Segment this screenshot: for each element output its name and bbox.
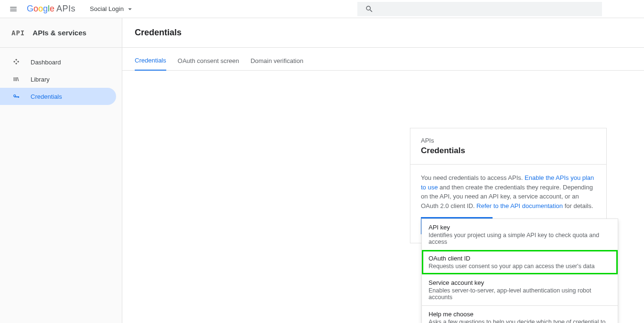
sidebar-header: API APIs & services <box>0 18 122 48</box>
menu-item-service-account-key[interactable]: Service account key Enables server-to-se… <box>422 274 618 305</box>
dashboard-icon <box>11 57 21 67</box>
tab-domain-verification[interactable]: Domain verification <box>250 57 303 70</box>
sidebar-item-label: Credentials <box>31 93 62 100</box>
menu-item-title: Service account key <box>429 279 611 286</box>
sidebar: API APIs & services Dashboard Library <box>0 18 122 323</box>
search-input[interactable] <box>357 2 602 16</box>
key-icon <box>11 92 21 101</box>
sidebar-item-library[interactable]: Library <box>0 71 122 88</box>
sidebar-nav: Dashboard Library Credentials <box>0 48 122 105</box>
search-icon <box>365 5 374 13</box>
caret-down-icon <box>126 5 134 13</box>
sidebar-item-credentials[interactable]: Credentials <box>0 88 116 105</box>
create-credentials-menu: API key Identifies your project using a … <box>421 219 618 323</box>
top-bar: Google APIs Social Login <box>0 0 644 18</box>
menu-item-oauth-client-id[interactable]: OAuth client ID Requests user consent so… <box>422 250 618 274</box>
tab-credentials[interactable]: Credentials <box>135 57 166 71</box>
menu-item-api-key[interactable]: API key Identifies your project using a … <box>422 219 618 250</box>
card-text: You need credentials to access APIs. <box>421 174 525 181</box>
sidebar-item-dashboard[interactable]: Dashboard <box>0 53 122 71</box>
api-docs-link[interactable]: Refer to the API documentation <box>476 202 563 209</box>
tab-oauth-consent[interactable]: OAuth consent screen <box>178 57 239 70</box>
content-area: Credentials Credentials OAuth consent sc… <box>122 18 644 323</box>
main-layout: API APIs & services Dashboard Library <box>0 18 644 323</box>
menu-icon[interactable] <box>4 0 23 19</box>
sidebar-item-label: Library <box>31 76 50 83</box>
menu-item-help-me-choose[interactable]: Help me choose Asks a few questions to h… <box>422 306 618 323</box>
menu-item-desc: Identifies your project using a simple A… <box>429 232 611 245</box>
card-header: APIs Credentials <box>410 128 606 165</box>
menu-item-title: Help me choose <box>429 311 611 318</box>
menu-item-title: API key <box>429 224 611 231</box>
sidebar-title: APIs & services <box>32 29 86 37</box>
menu-item-desc: Requests user consent so your app can ac… <box>429 263 611 270</box>
sidebar-item-label: Dashboard <box>31 59 61 66</box>
page-title: Credentials <box>135 28 182 38</box>
card-eyebrow: APIs <box>421 137 596 144</box>
card-text: for details. <box>563 202 593 209</box>
project-selector[interactable]: Social Login <box>90 5 134 13</box>
menu-item-desc: Enables server-to-server, app-level auth… <box>429 287 611 301</box>
page-header: Credentials <box>122 18 644 48</box>
google-apis-logo[interactable]: Google APIs <box>27 4 75 14</box>
api-icon: API <box>11 29 25 37</box>
project-name: Social Login <box>90 5 124 12</box>
card-title: Credentials <box>421 146 596 156</box>
library-icon <box>11 74 21 84</box>
menu-item-desc: Asks a few questions to help you decide … <box>429 319 611 323</box>
menu-item-title: OAuth client ID <box>429 255 611 262</box>
tabs: Credentials OAuth consent screen Domain … <box>122 48 644 71</box>
